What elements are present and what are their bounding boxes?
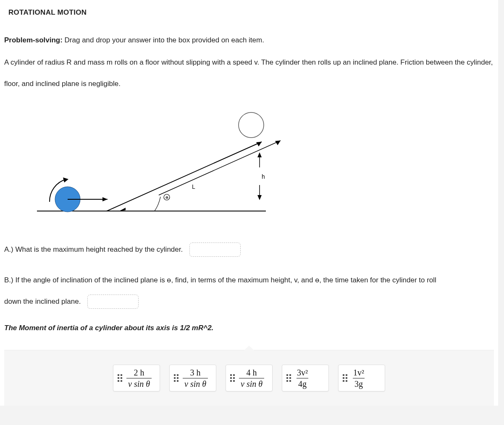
page-title: ROTATIONAL MOTION	[8, 8, 494, 17]
denominator: 3g	[353, 378, 365, 388]
problem-statement: A cylinder of radius R and mass m rolls …	[4, 52, 494, 94]
question-b: B.) If the angle of inclination of the i…	[4, 269, 494, 312]
drag-handle-icon	[343, 374, 347, 382]
moment-of-inertia-hint: The Moment of inertia of a cylinder abou…	[4, 324, 494, 332]
question-b-text-2: down the inclined plane.	[4, 291, 81, 312]
incline-diagram-svg: ɵ L h	[24, 106, 285, 226]
denominator: v sin θ	[239, 378, 264, 388]
numerator: 1v²	[352, 368, 366, 378]
numerator: 4 h	[245, 368, 259, 378]
h-arrow-up-head	[257, 152, 262, 157]
fraction: 3 h v sin θ	[183, 368, 208, 388]
diagram: ɵ L h	[24, 106, 494, 227]
angle-arc	[155, 197, 160, 211]
drag-handle-icon	[230, 374, 235, 382]
instruction-text: Drag and drop your answer into the box p…	[63, 36, 264, 44]
rotation-arrowhead	[63, 177, 68, 183]
question-a: A.) What is the maximum height reached b…	[4, 242, 494, 257]
dropzone-a[interactable]	[189, 242, 241, 257]
denominator: v sin θ	[126, 378, 152, 388]
fraction: 4 h v sin θ	[239, 368, 264, 388]
drag-handle-icon	[286, 374, 291, 382]
question-a-text: A.) What is the maximum height reached b…	[4, 244, 183, 255]
incline-base-arrowhead	[119, 208, 126, 211]
instruction: Problem-solving: Drag and drop your answ…	[4, 29, 494, 51]
answer-tile-2[interactable]: 3 h v sin θ	[169, 365, 216, 391]
fraction: 1v² 3g	[352, 368, 366, 388]
denominator: v sin θ	[183, 378, 208, 388]
answer-tile-3[interactable]: 4 h v sin θ	[226, 365, 273, 391]
denominator: 4g	[297, 378, 308, 388]
answer-tile-5[interactable]: 1v² 3g	[338, 365, 385, 391]
dropzone-b[interactable]	[87, 295, 139, 309]
incline-line-lower	[159, 141, 281, 195]
cylinder-top	[239, 112, 264, 138]
drag-handle-icon	[174, 374, 178, 382]
instruction-label: Problem-solving:	[4, 36, 63, 44]
drag-handle-icon	[118, 374, 122, 382]
question-b-text-1: B.) If the angle of inclination of the i…	[4, 276, 436, 284]
numerator: 3 h	[189, 368, 202, 378]
fraction: 2 h v sin θ	[126, 368, 152, 388]
velocity-arrowhead	[102, 197, 108, 201]
incline-line	[107, 142, 262, 211]
label-theta: ɵ	[165, 195, 168, 200]
numerator: 3v²	[295, 368, 310, 378]
label-l: L	[192, 183, 195, 190]
h-arrow-down-head	[257, 195, 262, 200]
answer-tile-4[interactable]: 3v² 4g	[282, 365, 329, 391]
answer-bank: 2 h v sin θ 3 h v sin θ 4 h v sin θ 3v² …	[4, 350, 494, 406]
numerator: 2 h	[132, 368, 146, 378]
answer-tile-1[interactable]: 2 h v sin θ	[113, 365, 160, 391]
fraction: 3v² 4g	[295, 368, 310, 388]
label-h: h	[262, 173, 265, 180]
problem-page: ROTATIONAL MOTION Problem-solving: Drag …	[0, 0, 498, 406]
